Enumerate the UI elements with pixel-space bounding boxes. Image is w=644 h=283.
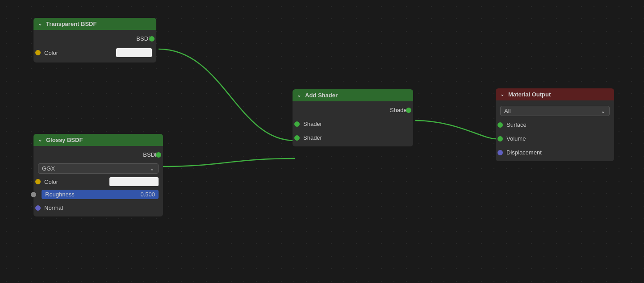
glossy-bsdf-node: ⌄ Glossy BSDF BSDF GGX ⌄ Color Roughness… bbox=[33, 134, 163, 216]
material-output-volume-label: Volume bbox=[506, 135, 526, 142]
glossy-bsdf-body: BSDF GGX ⌄ Color Roughness 0.500 bbox=[33, 146, 163, 216]
transparent-bsdf-color-label: Color bbox=[44, 50, 58, 56]
add-shader-input2-label: Shader bbox=[303, 134, 322, 141]
add-shader-input1-row: Shader bbox=[297, 119, 409, 129]
glossy-bsdf-header[interactable]: ⌄ Glossy BSDF bbox=[33, 134, 163, 146]
glossy-bsdf-title: Glossy BSDF bbox=[46, 137, 83, 143]
glossy-bsdf-roughness-label: Roughness bbox=[45, 191, 75, 198]
material-output-title: Material Output bbox=[508, 91, 551, 98]
add-shader-title: Add Shader bbox=[305, 92, 338, 99]
glossy-bsdf-color-label: Color bbox=[44, 179, 58, 185]
material-output-body: All ⌄ Surface Volume Displacement bbox=[496, 100, 614, 161]
add-shader-output-row: Shader bbox=[297, 105, 409, 115]
transparent-bsdf-color-socket[interactable] bbox=[35, 50, 41, 55]
add-shader-node: ⌄ Add Shader Shader Shader Shader bbox=[293, 89, 413, 146]
transparent-bsdf-node: ⌄ Transparent BSDF BSDF Color bbox=[33, 18, 156, 62]
add-shader-input1-label: Shader bbox=[303, 121, 322, 127]
material-output-surface-label: Surface bbox=[506, 121, 527, 128]
material-output-volume-row: Volume bbox=[500, 133, 610, 144]
material-output-displacement-row: Displacement bbox=[500, 147, 610, 158]
connection-transparent-to-addshader bbox=[159, 49, 295, 141]
transparent-bsdf-chevron: ⌄ bbox=[38, 21, 42, 27]
glossy-bsdf-chevron: ⌄ bbox=[38, 137, 42, 143]
glossy-bsdf-distribution-value: GGX bbox=[42, 165, 55, 172]
transparent-bsdf-title: Transparent BSDF bbox=[46, 21, 96, 27]
add-shader-input2-row: Shader bbox=[297, 133, 409, 143]
glossy-bsdf-distribution-dropdown[interactable]: GGX ⌄ bbox=[38, 163, 159, 174]
glossy-bsdf-dropdown-row: GGX ⌄ bbox=[38, 163, 159, 174]
add-shader-output-socket[interactable] bbox=[406, 108, 411, 113]
material-output-volume-socket[interactable] bbox=[498, 136, 503, 142]
connection-glossy-to-addshader bbox=[159, 158, 295, 166]
glossy-bsdf-roughness-socket[interactable] bbox=[31, 192, 36, 197]
transparent-bsdf-header[interactable]: ⌄ Transparent BSDF bbox=[33, 18, 156, 30]
add-shader-input1-socket[interactable] bbox=[294, 121, 300, 127]
material-output-surface-row: Surface bbox=[500, 120, 610, 130]
glossy-bsdf-normal-label: Normal bbox=[44, 204, 63, 211]
glossy-bsdf-roughness-row: Roughness 0.500 bbox=[38, 188, 159, 201]
material-output-target-dropdown[interactable]: All ⌄ bbox=[500, 106, 610, 116]
transparent-bsdf-color-swatch[interactable] bbox=[116, 48, 152, 57]
material-output-target-value: All bbox=[504, 108, 510, 114]
material-output-target-chevron: ⌄ bbox=[601, 108, 606, 114]
material-output-header[interactable]: ⌄ Material Output bbox=[496, 88, 614, 100]
transparent-bsdf-body: BSDF Color bbox=[33, 30, 156, 62]
material-output-surface-socket[interactable] bbox=[498, 122, 503, 128]
glossy-bsdf-roughness-value: 0.500 bbox=[140, 191, 155, 198]
transparent-bsdf-output-row: BSDF bbox=[38, 33, 152, 44]
material-output-displacement-socket[interactable] bbox=[498, 150, 503, 155]
add-shader-header[interactable]: ⌄ Add Shader bbox=[293, 89, 413, 101]
connection-addshader-to-output bbox=[415, 121, 496, 139]
material-output-chevron: ⌄ bbox=[500, 92, 504, 97]
glossy-bsdf-normal-socket[interactable] bbox=[35, 205, 41, 211]
glossy-bsdf-distribution-chevron: ⌄ bbox=[150, 165, 155, 172]
glossy-bsdf-color-swatch[interactable] bbox=[109, 177, 159, 186]
transparent-bsdf-output-socket[interactable] bbox=[149, 36, 155, 42]
glossy-bsdf-output-socket[interactable] bbox=[156, 152, 161, 158]
add-shader-chevron: ⌄ bbox=[297, 92, 301, 98]
material-output-node: ⌄ Material Output All ⌄ Surface Volume D… bbox=[496, 88, 614, 161]
glossy-bsdf-color-socket[interactable] bbox=[35, 179, 41, 184]
glossy-bsdf-color-row: Color bbox=[38, 175, 159, 188]
transparent-bsdf-color-row: Color bbox=[38, 46, 152, 59]
add-shader-body: Shader Shader Shader bbox=[293, 101, 413, 146]
add-shader-input2-socket[interactable] bbox=[294, 135, 300, 141]
glossy-bsdf-roughness-field[interactable]: Roughness 0.500 bbox=[42, 190, 159, 199]
material-output-dropdown-row: All ⌄ bbox=[500, 106, 610, 116]
glossy-bsdf-output-row: BSDF bbox=[38, 150, 159, 160]
glossy-bsdf-normal-row: Normal bbox=[38, 203, 159, 213]
material-output-displacement-label: Displacement bbox=[506, 149, 542, 156]
